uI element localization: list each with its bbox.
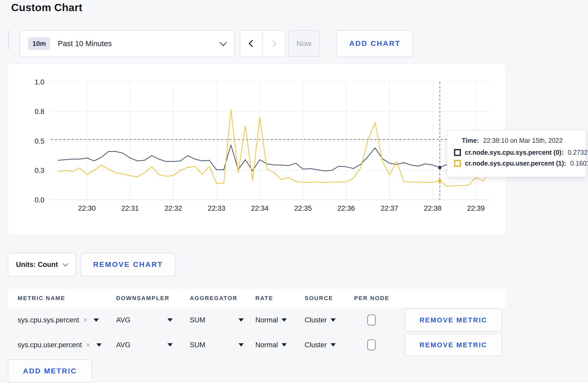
x-tick-label: 22:32 [165, 204, 182, 212]
y-tick-label: 0.8 [34, 108, 44, 116]
dropdown-caret-icon [282, 343, 287, 347]
source-value: Cluster [305, 341, 327, 349]
source-select[interactable]: Cluster [305, 316, 336, 324]
clear-icon[interactable]: × [86, 341, 90, 349]
x-tick-label: 22:30 [78, 204, 96, 212]
col-header-rate: RATE [255, 295, 273, 302]
downsampler-value: AVG [116, 341, 130, 349]
rate-value: Normal [255, 341, 278, 349]
dropdown-caret-icon [239, 318, 244, 322]
y-tick-label: 1.0 [34, 78, 44, 86]
x-tick-label: 22:35 [294, 204, 312, 212]
y-tick-label: 0.5 [34, 137, 44, 145]
add-chart-button[interactable]: ADD CHART [337, 30, 413, 57]
aggregator-select[interactable]: SUM [190, 341, 244, 349]
x-tick-label: 22:39 [467, 204, 485, 212]
metric-name-value: sys.cpu.user.percent [18, 341, 82, 349]
time-range-badge: 10m [28, 37, 50, 50]
x-tick-label: 22:34 [251, 204, 269, 212]
now-button[interactable]: Now [289, 30, 319, 57]
per-node-checkbox[interactable] [367, 315, 376, 325]
metric-name-value: sys.cpu.sys.percent [18, 316, 79, 324]
metric-name-select[interactable]: sys.cpu.sys.percent × [18, 316, 99, 324]
col-header-aggregator: AGGREGATOR [190, 295, 237, 302]
source-value: Cluster [305, 316, 327, 324]
x-tick-label: 22:36 [338, 204, 355, 212]
add-metric-button[interactable]: ADD METRIC [8, 359, 92, 382]
x-tick-label: 22:37 [381, 204, 398, 212]
crosshair-dot-1 [438, 180, 441, 182]
units-select[interactable]: Units: Count [8, 253, 76, 276]
tooltip-series-value: 0.1601 [570, 160, 588, 167]
tooltip-time-row: Time:22:38:10 on Mar 15th, 2022 [462, 137, 580, 144]
page-title: Custom Chart [11, 2, 82, 14]
time-forward-button[interactable] [263, 31, 285, 56]
clear-icon[interactable]: × [83, 316, 87, 324]
dropdown-caret-icon [167, 318, 173, 322]
dropdown-caret-icon [167, 343, 173, 347]
tooltip-series-row: cr.node.sys.cpu.user.percent (1): 0.1601 [454, 160, 580, 167]
time-back-button[interactable] [240, 31, 262, 56]
aggregator-value: SUM [190, 316, 205, 324]
metrics-chart[interactable]: 0.00.30.50.81.022:3022:3122:3222:3322:34… [8, 64, 506, 235]
dropdown-caret-icon [239, 343, 244, 347]
per-node-checkbox[interactable] [367, 339, 376, 350]
col-header-downsampler: DOWNSAMPLER [116, 295, 170, 302]
rate-select[interactable]: Normal [255, 316, 287, 324]
x-tick-label: 22:38 [424, 204, 442, 212]
chart-tooltip: Time:22:38:10 on Mar 15th, 2022 cr.node.… [447, 130, 586, 177]
col-header-metric-name: METRIC NAME [18, 295, 65, 302]
rate-select[interactable]: Normal [255, 341, 287, 349]
col-header-source: SOURCE [305, 295, 333, 302]
metric-row: sys.cpu.sys.percent × AVG SUM Normal Clu… [8, 308, 506, 332]
chevron-right-icon [270, 40, 277, 47]
dropdown-caret-icon [282, 318, 287, 322]
metric-row: sys.cpu.user.percent × AVG SUM Normal Cl… [8, 332, 506, 357]
y-tick-label: 0.3 [34, 167, 44, 174]
dropdown-caret-icon [331, 343, 336, 347]
chevron-down-icon [220, 39, 227, 46]
dropdown-caret-icon [96, 343, 102, 347]
time-range-label: Past 10 Minutes [58, 39, 112, 48]
tooltip-series-value: 0.2732 [568, 149, 587, 156]
custom-chart-page: Custom Chart 10m Past 10 Minutes Now ADD… [0, 0, 588, 383]
dropdown-caret-icon [331, 318, 336, 322]
downsampler-select[interactable]: AVG [116, 341, 173, 349]
tooltip-series-row: cr.node.sys.cpu.sys.percent (0): 0.2732 [454, 149, 580, 156]
tooltip-time-value: 22:38:10 on Mar 15th, 2022 [483, 137, 563, 144]
chevron-left-icon [248, 40, 256, 47]
tooltip-time-label: Time: [462, 137, 479, 144]
aggregator-value: SUM [190, 341, 205, 349]
rate-value: Normal [255, 316, 278, 324]
units-label: Units: Count [16, 261, 58, 269]
user-series-swatch-icon [454, 160, 461, 167]
remove-chart-button[interactable]: REMOVE CHART [81, 253, 175, 276]
remove-metric-button[interactable]: REMOVE METRIC [404, 334, 502, 356]
remove-metric-button[interactable]: REMOVE METRIC [404, 309, 502, 331]
chart-card: 0.00.30.50.81.022:3022:3122:3222:3322:34… [8, 63, 506, 235]
chevron-down-icon [63, 261, 68, 266]
tooltip-series-name: cr.node.sys.cpu.sys.percent (0): [465, 149, 564, 156]
toolbar-divider [8, 30, 9, 50]
downsampler-select[interactable]: AVG [116, 316, 173, 324]
y-tick-label: 0.0 [34, 196, 44, 204]
x-tick-label: 22:31 [121, 204, 139, 212]
sys-series-swatch-icon [454, 149, 461, 156]
metrics-table-header: METRIC NAME DOWNSAMPLER AGGREGATOR RATE … [8, 289, 506, 308]
col-header-per-node: PER NODE [354, 295, 389, 302]
x-tick-label: 22:33 [208, 204, 225, 212]
crosshair-dot-0 [438, 166, 441, 169]
dropdown-caret-icon [94, 318, 99, 322]
time-range-select[interactable]: 10m Past 10 Minutes [19, 30, 235, 57]
downsampler-value: AVG [116, 316, 130, 324]
source-select[interactable]: Cluster [305, 341, 336, 349]
series-line-0 [58, 145, 490, 171]
aggregator-select[interactable]: SUM [190, 316, 244, 324]
metric-name-select[interactable]: sys.cpu.user.percent × [18, 341, 102, 349]
series-line-1 [58, 110, 490, 186]
tooltip-series-name: cr.node.sys.cpu.user.percent (1): [465, 160, 566, 167]
time-nav-group [240, 30, 285, 57]
